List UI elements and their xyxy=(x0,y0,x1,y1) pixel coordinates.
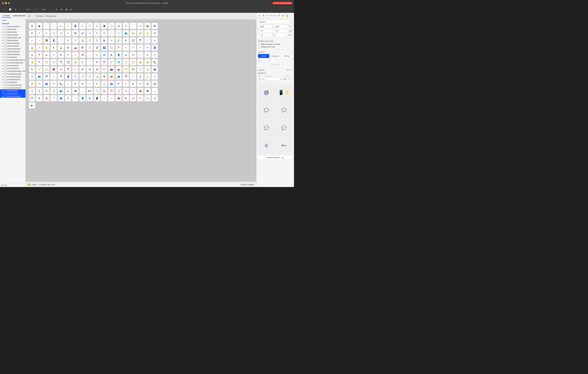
layer-item[interactable]: ▶ ic/contact/phone xyxy=(0,67,25,70)
icon-cell[interactable]: ⬆ xyxy=(116,37,122,43)
icon-cell[interactable]: ← xyxy=(108,30,115,36)
icon-cell[interactable]: ⏰ xyxy=(65,66,71,72)
icon-cell[interactable]: 🔧 xyxy=(94,30,100,36)
icon-cell[interactable]: ✎ xyxy=(87,23,93,29)
icon-cell[interactable]: → xyxy=(36,37,42,43)
icon-cell[interactable]: 📋 xyxy=(94,23,100,29)
icon-cell[interactable]: ← xyxy=(137,52,143,58)
bg-color-checkbox[interactable] xyxy=(258,46,260,48)
icon-cell[interactable]: 🚀 xyxy=(94,44,100,51)
icon-cell[interactable]: ★ xyxy=(94,59,100,65)
grid-toggle[interactable]: ⊞ xyxy=(55,7,59,12)
icon-cell[interactable]: ⚖ xyxy=(58,66,64,72)
icon-cell[interactable]: 📞 xyxy=(152,59,158,65)
icon-cell[interactable]: 👥 xyxy=(58,88,64,94)
icon-cell[interactable]: ≡ xyxy=(116,30,122,36)
icon-cell[interactable]: 📋 xyxy=(51,88,57,94)
icon-cell[interactable]: 🔒 xyxy=(123,52,129,58)
layer-item-selected[interactable]: ▶ ic/contact/chat xyxy=(0,89,25,92)
icon-cell[interactable]: 🌐 xyxy=(116,59,122,65)
icon-cell[interactable]: 👁 xyxy=(72,81,78,87)
expand-btn[interactable]: ⊞ xyxy=(281,14,285,17)
icon-cell[interactable]: 🌐 xyxy=(101,52,107,58)
layers-toggle[interactable]: ⬜ xyxy=(8,7,13,12)
layout-chevron[interactable]: ▾ xyxy=(292,51,292,53)
icon-cell[interactable]: Ⅎ xyxy=(87,30,93,36)
rotate-field[interactable]: ↺ 24 xyxy=(258,33,272,37)
maximize-button[interactable] xyxy=(8,2,10,4)
icon-cell[interactable]: 📋 xyxy=(94,52,100,58)
icon-cell[interactable]: ≡↑ xyxy=(58,23,64,29)
icon-cell[interactable]: ⚙ xyxy=(36,95,42,101)
align-left-btn[interactable]: ⊨ xyxy=(258,14,261,17)
icon-cell[interactable]: ⏰ xyxy=(137,37,143,43)
play-btn[interactable]: ▶ xyxy=(69,7,73,12)
icon-cell[interactable]: 📦 xyxy=(144,23,151,29)
icon-cell[interactable]: 📋 xyxy=(43,59,50,65)
icon-cell[interactable]: 🖨 xyxy=(137,73,143,80)
icon-cell[interactable]: 💬 xyxy=(137,30,143,36)
icon-cell[interactable]: 📋 xyxy=(87,37,93,43)
icon-cell[interactable]: 📋 xyxy=(79,73,86,80)
icon-cell[interactable]: 🔄 xyxy=(130,37,136,43)
icon-cell[interactable]: 🔑 xyxy=(29,81,35,87)
icon-cell[interactable]: ⏰ xyxy=(108,88,115,94)
icon-cell[interactable]: 👁 xyxy=(43,88,50,94)
icon-cell[interactable]: 💡 xyxy=(144,30,151,36)
icon-cell[interactable]: ⊞ xyxy=(108,52,115,58)
icon-cell[interactable]: ⏰ xyxy=(58,59,64,65)
icon-cell[interactable]: ⬇ xyxy=(58,52,64,58)
icon-cell[interactable]: ≡ xyxy=(36,30,42,36)
icon-cell[interactable]: 🔒 xyxy=(79,37,86,43)
icon-cell[interactable]: ⌄ xyxy=(79,88,86,94)
icon-cell[interactable]: 📋 xyxy=(152,95,158,101)
layer-item[interactable]: ▶ ic/divers/bank_add xyxy=(0,36,25,39)
icon-cell[interactable]: 👤 xyxy=(51,37,57,43)
icon-cell[interactable]: 👤 xyxy=(152,44,158,51)
icon-cell[interactable]: ❤ xyxy=(101,73,107,80)
icon-cell[interactable]: □ xyxy=(65,81,71,87)
icon-cell[interactable]: 🍃 xyxy=(144,73,151,80)
icon-cell[interactable]: 💻 xyxy=(72,88,78,94)
icon-cell[interactable]: ? xyxy=(130,73,136,80)
layer-item[interactable]: ▶ ic/contact/relationship_remote xyxy=(0,59,25,61)
icon-cell[interactable]: ⋮ xyxy=(130,23,136,29)
align-center-btn[interactable]: ⊟ xyxy=(262,14,265,17)
icon-cell[interactable]: 👁 xyxy=(29,30,35,36)
type-dropdown[interactable]: Custom ▾ xyxy=(258,20,292,24)
layout-vertical-btn[interactable]: Vertical xyxy=(281,54,292,58)
icon-cell[interactable]: 👤 xyxy=(72,23,78,29)
icon-cell[interactable]: 👍 xyxy=(29,59,35,65)
icon-cell[interactable]: 📤 xyxy=(137,88,143,94)
layer-item[interactable]: ▶ ic/contact/sav xyxy=(0,56,25,59)
export-settings-icon[interactable]: ⚙ xyxy=(287,69,288,71)
icon-cell[interactable]: ⌄ xyxy=(152,88,158,94)
icon-cell[interactable]: ⚡ xyxy=(65,23,71,29)
icon-cell[interactable]: 👥 xyxy=(58,95,64,101)
icon-cell[interactable]: 🏛 xyxy=(79,44,86,51)
zoom-add-button[interactable]: ＋ xyxy=(47,7,52,12)
icon-cell[interactable]: 📋 xyxy=(108,23,115,29)
icon-cell[interactable]: 🎒 xyxy=(51,66,57,72)
breadcrumb-artboards[interactable]: 220 Artboards xyxy=(45,15,56,17)
icon-cell[interactable]: ↺ xyxy=(65,95,71,101)
layer-item[interactable]: ▶ ic/contact/location xyxy=(0,78,25,81)
layer-item[interactable]: ▶ ic/divers/live xyxy=(0,28,25,31)
dist-v-btn[interactable]: ⟻ xyxy=(273,14,277,17)
minimize-button[interactable] xyxy=(5,2,7,4)
icon-cell[interactable]: € xyxy=(65,37,71,43)
layer-item[interactable]: ▶ ic/contact/message xyxy=(0,73,25,75)
spacing-h-field[interactable] xyxy=(261,59,267,63)
icon-cell[interactable]: 🖐 xyxy=(43,44,50,51)
icon-cell[interactable]: ⏰ xyxy=(58,73,64,80)
icon-cell[interactable]: 📋 xyxy=(29,73,35,80)
adjust-checkbox[interactable] xyxy=(258,43,260,45)
export-close-btn[interactable]: ✕ xyxy=(290,78,292,80)
icon-cell[interactable]: ↗ xyxy=(72,66,78,72)
icon-cell[interactable]: 👁 xyxy=(36,52,42,58)
export-prefix-field[interactable]: ... ▾ xyxy=(265,77,282,81)
icon-cell[interactable]: 👥 xyxy=(152,66,158,72)
layer-group-symbols[interactable]: Symbols xyxy=(0,22,25,25)
icon-cell[interactable]: ＋ xyxy=(123,44,129,51)
icon-cell[interactable]: 📱 xyxy=(94,95,100,101)
